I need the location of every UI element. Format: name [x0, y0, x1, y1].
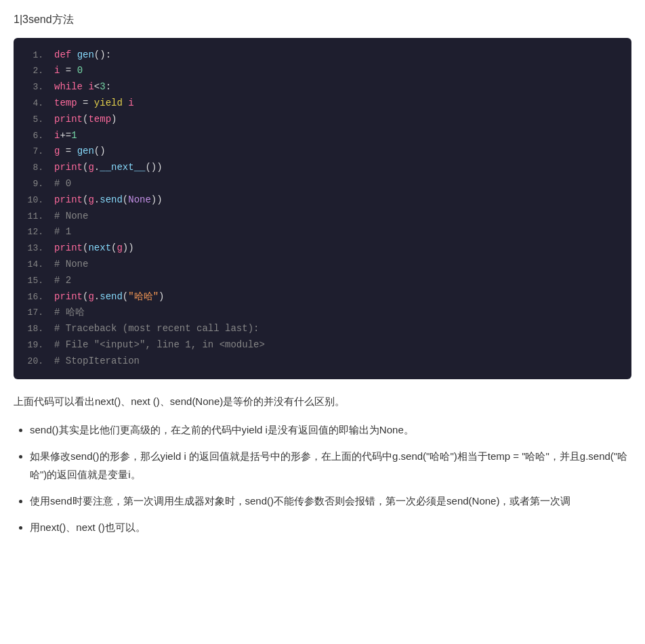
code-content-18: # Traceback (most recent call last): — [54, 321, 259, 337]
code-line-4: 4. temp = yield i — [14, 95, 631, 112]
line-num-9: 9. — [22, 177, 43, 192]
code-line-10: 10. print(g.send(None)) — [14, 192, 631, 209]
code-line-18: 18. # Traceback (most recent call last): — [14, 321, 631, 337]
line-num-14: 14. — [22, 257, 43, 272]
code-content-14: # None — [54, 257, 88, 273]
code-line-1: 1. def gen(): — [14, 47, 631, 64]
line-num-6: 6. — [22, 129, 43, 144]
code-line-11: 11. # None — [14, 209, 631, 225]
line-num-5: 5. — [22, 112, 43, 127]
code-content-11: # None — [54, 209, 88, 225]
code-line-2: 2. i = 0 — [14, 63, 631, 79]
code-content-1: def gen(): — [54, 47, 111, 64]
code-line-17: 17. # 哈哈 — [14, 305, 631, 321]
code-content-10: print(g.send(None)) — [54, 192, 163, 209]
code-content-9: # 0 — [54, 176, 71, 192]
bullet-list: send()其实是比他们更高级的，在之前的代码中yield i是没有返回值的即输… — [14, 421, 631, 536]
code-content-13: print(next(g)) — [54, 240, 134, 257]
code-content-17: # 哈哈 — [54, 305, 85, 321]
line-num-10: 10. — [22, 193, 43, 208]
code-content-19: # File "<input>", line 1, in <module> — [54, 337, 265, 353]
code-content-6: i+=1 — [54, 128, 77, 144]
line-num-3: 3. — [22, 80, 43, 95]
line-num-20: 20. — [22, 354, 43, 369]
code-content-8: print(g.__next__()) — [54, 160, 163, 176]
code-line-14: 14. # None — [14, 257, 631, 273]
bullet-item-3: 使用send时要注意，第一次调用生成器对象时，send()不能传参数否则会报错，… — [30, 492, 631, 510]
code-line-5: 5. print(temp) — [14, 112, 631, 128]
code-content-2: i = 0 — [54, 63, 83, 79]
line-num-11: 11. — [22, 209, 43, 224]
code-line-3: 3. while i<3: — [14, 79, 631, 95]
line-num-18: 18. — [22, 322, 43, 337]
bullet-item-4: 用next()、next ()也可以。 — [30, 518, 631, 536]
code-line-12: 12. # 1 — [14, 224, 631, 240]
code-block: 1. def gen(): 2. i = 0 3. while i<3: 4. … — [14, 38, 631, 379]
bullet-item-2: 如果修改send()的形参，那么yield i 的返回值就是括号中的形参，在上面… — [30, 447, 631, 484]
code-line-13: 13. print(next(g)) — [14, 240, 631, 257]
code-content-7: g = gen() — [54, 144, 106, 160]
code-content-12: # 1 — [54, 224, 71, 240]
line-num-12: 12. — [22, 225, 43, 240]
line-num-17: 17. — [22, 305, 43, 320]
code-content-15: # 2 — [54, 273, 71, 289]
code-content-5: print(temp) — [54, 112, 117, 128]
code-line-6: 6. i+=1 — [14, 128, 631, 144]
line-num-16: 16. — [22, 290, 43, 305]
line-num-13: 13. — [22, 241, 43, 256]
line-num-4: 4. — [22, 96, 43, 111]
code-line-8: 8. print(g.__next__()) — [14, 160, 631, 176]
code-content-16: print(g.send("哈哈") — [54, 289, 164, 305]
line-num-15: 15. — [22, 274, 43, 288]
code-line-15: 15. # 2 — [14, 273, 631, 289]
line-num-7: 7. — [22, 144, 43, 159]
description-summary: 上面代码可以看出next()、next ()、send(None)是等价的并没有… — [14, 393, 631, 410]
line-num-1: 1. — [22, 48, 43, 63]
code-line-7: 7. g = gen() — [14, 144, 631, 160]
code-line-16: 16. print(g.send("哈哈") — [14, 289, 631, 305]
bullet-item-1: send()其实是比他们更高级的，在之前的代码中yield i是没有返回值的即输… — [30, 421, 631, 439]
line-num-19: 19. — [22, 338, 43, 353]
page-title: 1|3send方法 — [14, 11, 631, 28]
code-content-4: temp = yield i — [54, 95, 134, 112]
line-num-8: 8. — [22, 160, 43, 175]
code-line-20: 20. # StopIteration — [14, 353, 631, 370]
code-content-20: # StopIteration — [54, 353, 140, 370]
code-line-9: 9. # 0 — [14, 176, 631, 192]
code-content-3: while i<3: — [54, 79, 111, 95]
line-num-2: 2. — [22, 64, 43, 79]
code-line-19: 19. # File "<input>", line 1, in <module… — [14, 337, 631, 353]
